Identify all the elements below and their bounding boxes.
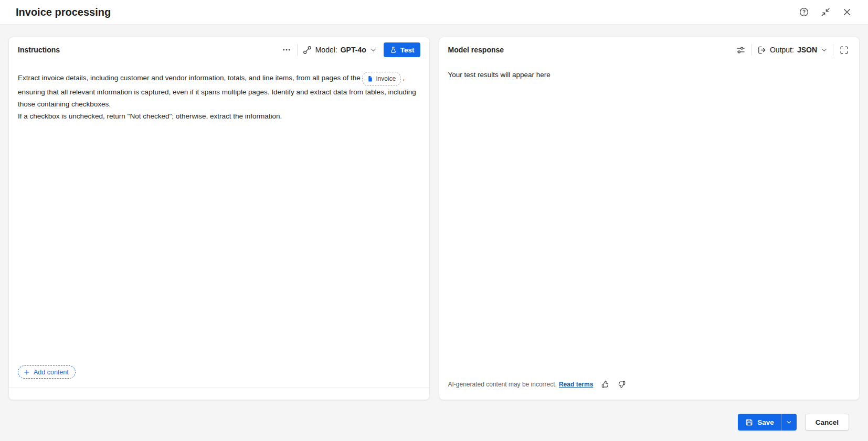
- prompt-line2: If a checkbox is unchecked, return "Not …: [18, 110, 420, 122]
- save-button[interactable]: Save: [738, 414, 781, 431]
- output-selector[interactable]: Output: JSON: [757, 45, 828, 55]
- model-value: GPT-4o: [341, 46, 366, 54]
- more-options-icon: [282, 45, 291, 55]
- prompt-text-part1: Extract invoice details, including custo…: [18, 74, 361, 82]
- document-icon: [367, 76, 374, 82]
- collapse-button[interactable]: [819, 6, 832, 18]
- invoice-processing-dialog: Invoice processing: [0, 0, 868, 441]
- sliders-icon: [736, 45, 746, 55]
- add-content-button[interactable]: Add content: [18, 365, 76, 379]
- collapse-icon: [820, 7, 831, 17]
- response-panel-header: Model response: [439, 37, 860, 62]
- instructions-panel-header: Instructions: [9, 37, 429, 62]
- add-content-row: Add content: [9, 365, 429, 388]
- test-button[interactable]: Test: [384, 42, 420, 57]
- save-button-label: Save: [757, 418, 774, 426]
- main-content: Instructions: [0, 25, 868, 400]
- fullscreen-icon: [839, 45, 849, 55]
- thumbs-up-icon: [600, 380, 610, 389]
- thumbs-down-icon: [617, 380, 627, 389]
- invoice-attachment-chip[interactable]: invoice: [362, 72, 401, 86]
- output-icon: [757, 45, 767, 55]
- thumbs-up-button[interactable]: [600, 380, 610, 389]
- more-options-button[interactable]: [281, 44, 292, 56]
- action-bar: Save Cancel: [0, 400, 868, 441]
- instructions-panel-footer: [9, 388, 429, 400]
- response-placeholder: Your test results will appear here: [439, 62, 860, 380]
- header-divider: [833, 44, 833, 56]
- response-options-button[interactable]: [735, 44, 747, 56]
- model-flow-icon: [302, 45, 312, 55]
- prompt-editor[interactable]: Extract invoice details, including custo…: [9, 62, 429, 365]
- page-title: Invoice processing: [16, 6, 111, 18]
- read-terms-link[interactable]: Read terms: [559, 381, 593, 388]
- save-icon: [745, 418, 754, 427]
- cancel-button-label: Cancel: [816, 418, 839, 426]
- close-button[interactable]: [841, 6, 853, 18]
- response-header-controls: Output: JSON: [735, 44, 850, 56]
- chevron-down-icon: [786, 419, 792, 426]
- model-response-panel: Model response: [439, 37, 860, 400]
- test-beaker-icon: [389, 46, 397, 54]
- model-label: Model:: [315, 46, 337, 54]
- save-dropdown-button[interactable]: [781, 414, 797, 431]
- thumbs-down-button[interactable]: [617, 380, 627, 389]
- response-title: Model response: [448, 46, 504, 54]
- chevron-down-icon: [820, 46, 828, 54]
- cancel-button[interactable]: Cancel: [805, 414, 849, 431]
- model-selector[interactable]: Model: GPT-4o: [302, 45, 377, 55]
- save-split-button: Save: [738, 414, 797, 431]
- instructions-header-controls: Model: GPT-4o: [281, 42, 420, 57]
- help-icon: [799, 7, 809, 17]
- instructions-panel: Instructions: [8, 37, 430, 400]
- add-content-label: Add content: [34, 369, 69, 376]
- titlebar: Invoice processing: [0, 0, 868, 25]
- instructions-title: Instructions: [18, 46, 60, 54]
- header-divider: [751, 44, 752, 56]
- prompt-paragraph: Extract invoice details, including custo…: [18, 72, 420, 110]
- close-icon: [842, 7, 852, 17]
- expand-button[interactable]: [838, 44, 850, 56]
- output-value: JSON: [797, 46, 817, 54]
- response-footer: AI-generated content may be incorrect. R…: [439, 380, 860, 400]
- help-button[interactable]: [798, 6, 810, 18]
- output-label: Output:: [770, 46, 794, 54]
- attachment-chip-label: invoice: [376, 73, 396, 85]
- test-button-label: Test: [400, 46, 415, 54]
- ai-disclaimer: AI-generated content may be incorrect.: [448, 381, 557, 388]
- plus-icon: [23, 369, 30, 376]
- header-divider: [297, 44, 298, 56]
- chevron-down-icon: [369, 46, 377, 54]
- titlebar-actions: [798, 6, 853, 18]
